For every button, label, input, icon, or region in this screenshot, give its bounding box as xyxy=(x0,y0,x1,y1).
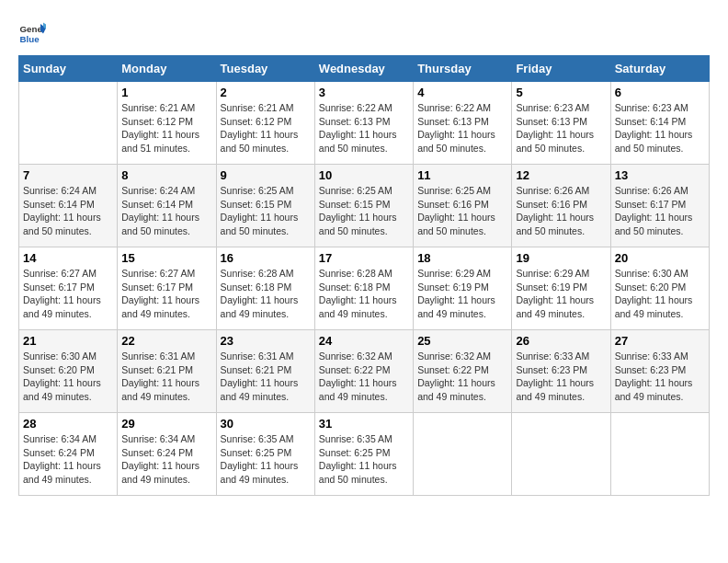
calendar-cell xyxy=(512,413,610,496)
calendar-cell: 31Sunrise: 6:35 AM Sunset: 6:25 PM Dayli… xyxy=(314,413,413,496)
day-info: Sunrise: 6:33 AM Sunset: 6:23 PM Dayligh… xyxy=(516,350,606,404)
calendar-cell: 1Sunrise: 6:21 AM Sunset: 6:12 PM Daylig… xyxy=(118,82,216,165)
header-row: SundayMondayTuesdayWednesdayThursdayFrid… xyxy=(19,56,710,82)
calendar-cell: 3Sunrise: 6:22 AM Sunset: 6:13 PM Daylig… xyxy=(314,82,413,165)
calendar-cell: 18Sunrise: 6:29 AM Sunset: 6:19 PM Dayli… xyxy=(414,247,512,330)
calendar-cell: 12Sunrise: 6:26 AM Sunset: 6:16 PM Dayli… xyxy=(512,165,610,247)
svg-text:Blue: Blue xyxy=(20,34,40,44)
week-row-4: 21Sunrise: 6:30 AM Sunset: 6:20 PM Dayli… xyxy=(19,330,710,413)
day-number: 18 xyxy=(417,251,507,265)
week-row-1: 1Sunrise: 6:21 AM Sunset: 6:12 PM Daylig… xyxy=(19,82,710,165)
calendar-cell xyxy=(610,413,709,496)
calendar-cell: 7Sunrise: 6:24 AM Sunset: 6:14 PM Daylig… xyxy=(19,165,118,247)
day-info: Sunrise: 6:22 AM Sunset: 6:13 PM Dayligh… xyxy=(417,101,507,155)
calendar-cell: 15Sunrise: 6:27 AM Sunset: 6:17 PM Dayli… xyxy=(118,247,216,330)
day-number: 6 xyxy=(615,86,705,99)
header-tuesday: Tuesday xyxy=(216,56,314,82)
day-info: Sunrise: 6:23 AM Sunset: 6:14 PM Dayligh… xyxy=(615,101,705,155)
day-info: Sunrise: 6:35 AM Sunset: 6:25 PM Dayligh… xyxy=(221,432,311,487)
calendar-cell: 23Sunrise: 6:31 AM Sunset: 6:21 PM Dayli… xyxy=(216,330,314,413)
day-number: 8 xyxy=(121,168,211,182)
logo-icon: General Blue xyxy=(18,18,46,46)
calendar-cell: 28Sunrise: 6:34 AM Sunset: 6:24 PM Dayli… xyxy=(19,413,118,496)
day-number: 20 xyxy=(615,251,705,265)
day-info: Sunrise: 6:31 AM Sunset: 6:21 PM Dayligh… xyxy=(121,350,211,404)
header-thursday: Thursday xyxy=(414,56,512,82)
calendar-cell xyxy=(414,413,512,496)
day-info: Sunrise: 6:24 AM Sunset: 6:14 PM Dayligh… xyxy=(23,184,113,238)
header-sunday: Sunday xyxy=(19,56,118,82)
header-monday: Monday xyxy=(118,56,216,82)
day-number: 5 xyxy=(516,86,606,99)
calendar-cell: 27Sunrise: 6:33 AM Sunset: 6:23 PM Dayli… xyxy=(610,330,709,413)
calendar-cell: 14Sunrise: 6:27 AM Sunset: 6:17 PM Dayli… xyxy=(19,247,118,330)
day-number: 19 xyxy=(516,251,606,265)
day-info: Sunrise: 6:26 AM Sunset: 6:17 PM Dayligh… xyxy=(615,184,705,238)
calendar-cell: 26Sunrise: 6:33 AM Sunset: 6:23 PM Dayli… xyxy=(512,330,610,413)
day-info: Sunrise: 6:30 AM Sunset: 6:20 PM Dayligh… xyxy=(615,267,705,321)
day-number: 14 xyxy=(23,251,113,265)
day-number: 31 xyxy=(319,417,409,431)
week-row-2: 7Sunrise: 6:24 AM Sunset: 6:14 PM Daylig… xyxy=(19,165,710,247)
calendar-cell: 17Sunrise: 6:28 AM Sunset: 6:18 PM Dayli… xyxy=(314,247,413,330)
calendar-cell: 20Sunrise: 6:30 AM Sunset: 6:20 PM Dayli… xyxy=(610,247,709,330)
day-info: Sunrise: 6:26 AM Sunset: 6:16 PM Dayligh… xyxy=(516,184,606,238)
day-info: Sunrise: 6:28 AM Sunset: 6:18 PM Dayligh… xyxy=(221,267,311,321)
day-number: 12 xyxy=(516,168,606,182)
day-number: 3 xyxy=(319,86,409,99)
calendar-cell: 25Sunrise: 6:32 AM Sunset: 6:22 PM Dayli… xyxy=(414,330,512,413)
calendar-cell: 19Sunrise: 6:29 AM Sunset: 6:19 PM Dayli… xyxy=(512,247,610,330)
day-number: 25 xyxy=(417,334,507,348)
calendar-cell: 5Sunrise: 6:23 AM Sunset: 6:13 PM Daylig… xyxy=(512,82,610,165)
day-info: Sunrise: 6:33 AM Sunset: 6:23 PM Dayligh… xyxy=(615,350,705,404)
day-number: 26 xyxy=(516,334,606,348)
calendar-cell: 16Sunrise: 6:28 AM Sunset: 6:18 PM Dayli… xyxy=(216,247,314,330)
calendar-cell: 13Sunrise: 6:26 AM Sunset: 6:17 PM Dayli… xyxy=(610,165,709,247)
header-friday: Friday xyxy=(512,56,610,82)
day-number: 1 xyxy=(121,86,211,99)
day-info: Sunrise: 6:23 AM Sunset: 6:13 PM Dayligh… xyxy=(516,101,606,155)
day-info: Sunrise: 6:32 AM Sunset: 6:22 PM Dayligh… xyxy=(319,350,409,404)
day-number: 17 xyxy=(319,251,409,265)
calendar-cell: 24Sunrise: 6:32 AM Sunset: 6:22 PM Dayli… xyxy=(314,330,413,413)
day-number: 29 xyxy=(121,417,211,431)
day-info: Sunrise: 6:31 AM Sunset: 6:21 PM Dayligh… xyxy=(221,350,311,404)
day-number: 21 xyxy=(23,334,113,348)
calendar-cell: 6Sunrise: 6:23 AM Sunset: 6:14 PM Daylig… xyxy=(610,82,709,165)
calendar-table: SundayMondayTuesdayWednesdayThursdayFrid… xyxy=(18,55,710,496)
day-number: 15 xyxy=(121,251,211,265)
day-info: Sunrise: 6:30 AM Sunset: 6:20 PM Dayligh… xyxy=(23,350,113,404)
header-wednesday: Wednesday xyxy=(314,56,413,82)
day-info: Sunrise: 6:35 AM Sunset: 6:25 PM Dayligh… xyxy=(319,432,409,487)
day-info: Sunrise: 6:21 AM Sunset: 6:12 PM Dayligh… xyxy=(121,101,211,155)
day-number: 10 xyxy=(319,168,409,182)
day-number: 30 xyxy=(221,417,311,431)
day-info: Sunrise: 6:25 AM Sunset: 6:16 PM Dayligh… xyxy=(417,184,507,238)
day-info: Sunrise: 6:29 AM Sunset: 6:19 PM Dayligh… xyxy=(516,267,606,321)
logo: General Blue xyxy=(18,18,46,46)
day-info: Sunrise: 6:34 AM Sunset: 6:24 PM Dayligh… xyxy=(23,432,113,487)
calendar-cell: 8Sunrise: 6:24 AM Sunset: 6:14 PM Daylig… xyxy=(118,165,216,247)
day-number: 28 xyxy=(23,417,113,431)
day-number: 27 xyxy=(615,334,705,348)
calendar-cell: 11Sunrise: 6:25 AM Sunset: 6:16 PM Dayli… xyxy=(414,165,512,247)
day-info: Sunrise: 6:22 AM Sunset: 6:13 PM Dayligh… xyxy=(319,101,409,155)
day-number: 22 xyxy=(121,334,211,348)
header-saturday: Saturday xyxy=(610,56,709,82)
day-number: 11 xyxy=(417,168,507,182)
day-info: Sunrise: 6:25 AM Sunset: 6:15 PM Dayligh… xyxy=(221,184,311,238)
calendar-cell: 10Sunrise: 6:25 AM Sunset: 6:15 PM Dayli… xyxy=(314,165,413,247)
calendar-cell: 9Sunrise: 6:25 AM Sunset: 6:15 PM Daylig… xyxy=(216,165,314,247)
week-row-3: 14Sunrise: 6:27 AM Sunset: 6:17 PM Dayli… xyxy=(19,247,710,330)
day-number: 7 xyxy=(23,168,113,182)
week-row-5: 28Sunrise: 6:34 AM Sunset: 6:24 PM Dayli… xyxy=(19,413,710,496)
day-number: 23 xyxy=(221,334,311,348)
calendar-cell: 22Sunrise: 6:31 AM Sunset: 6:21 PM Dayli… xyxy=(118,330,216,413)
day-info: Sunrise: 6:21 AM Sunset: 6:12 PM Dayligh… xyxy=(221,101,311,155)
calendar-cell xyxy=(19,82,118,165)
calendar-cell: 21Sunrise: 6:30 AM Sunset: 6:20 PM Dayli… xyxy=(19,330,118,413)
day-info: Sunrise: 6:28 AM Sunset: 6:18 PM Dayligh… xyxy=(319,267,409,321)
day-number: 24 xyxy=(319,334,409,348)
day-number: 16 xyxy=(221,251,311,265)
day-info: Sunrise: 6:24 AM Sunset: 6:14 PM Dayligh… xyxy=(121,184,211,238)
